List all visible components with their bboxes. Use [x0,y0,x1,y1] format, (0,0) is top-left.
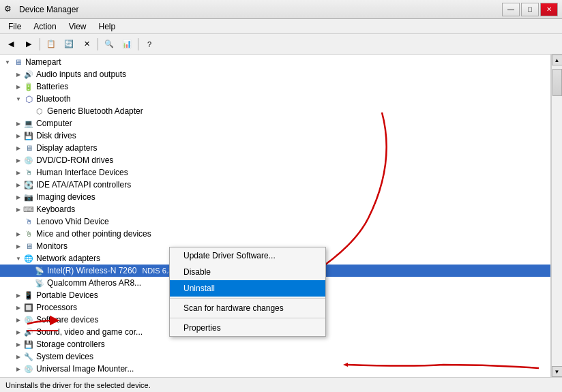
context-uninstall[interactable]: Uninstall [170,280,325,297]
tree-item-keyboards[interactable]: ⌨ Keyboards [0,203,550,215]
expand-processors[interactable] [14,303,23,312]
expand-computer[interactable] [14,119,23,128]
tree-item-generic-bt[interactable]: ⬡ Generic Bluetooth Adapter [0,105,550,117]
status-text: Uninstalls the driver for the selected d… [5,381,151,389]
uninstall-toolbar-button[interactable]: ✕ [78,37,95,52]
status-bar: Uninstalls the driver for the selected d… [0,377,562,392]
expand-audio[interactable] [14,70,23,79]
scrollbar-track[interactable] [552,65,562,366]
scroll-down-button[interactable]: ▼ [552,366,563,377]
scrollbar-thumb[interactable] [552,69,562,96]
expand-keyboards[interactable] [14,205,23,214]
label-generic-bt: Generic Bluetooth Adapter [47,106,143,116]
tree-item-disk[interactable]: 💾 Disk drives [0,130,550,142]
tree-item-dvd[interactable]: 💿 DVD/CD-ROM drives [0,154,550,166]
expand-storage[interactable] [14,340,23,349]
scrollbar[interactable]: ▲ ▼ [551,55,562,377]
expand-software[interactable] [14,315,23,325]
tree-item-storage[interactable]: 💾 Storage controllers [0,338,550,350]
label-disk: Disk drives [36,131,76,140]
label-hid: Human Interface Devices [36,168,128,177]
tree-item-lenovo[interactable]: 🖱 Lenovo Vhid Device [0,215,550,228]
label-dvd: DVD/CD-ROM drives [36,155,113,165]
expand-qualcomm [25,278,34,288]
back-button[interactable]: ◀ [3,37,19,52]
forward-button[interactable]: ▶ [20,37,37,52]
menu-bar: File Action View Help [0,19,562,34]
expand-batteries[interactable] [14,82,23,91]
help-toolbar-button[interactable]: ? [141,37,158,52]
label-namepart: Namepart [25,57,61,67]
icon-storage: 💾 [23,339,34,350]
resources-button[interactable]: 📊 [119,37,135,52]
icon-qualcomm: 📡 [34,277,45,288]
scan-toolbar-button[interactable]: 🔍 [101,37,117,52]
tree-item-mice[interactable]: 🖱 Mice and other pointing devices [0,228,550,240]
expand-mice[interactable] [14,229,23,239]
expand-universal[interactable] [14,364,23,374]
menu-help[interactable]: Help [93,20,121,33]
expand-network[interactable] [14,254,23,263]
tree-item-ide[interactable]: 💽 IDE ATA/ATAPI controllers [0,179,550,191]
menu-file[interactable]: File [3,20,27,33]
tree-item-imaging[interactable]: 📷 Imaging devices [0,191,550,203]
menu-view[interactable]: View [63,20,92,33]
icon-system: 🔧 [23,351,34,362]
expand-hid[interactable] [14,168,23,177]
properties-toolbar-button[interactable]: 📋 [43,37,59,52]
tree-item-audio[interactable]: 🔊 Audio inputs and outputs [0,68,550,80]
expand-dvd[interactable] [14,155,23,165]
icon-dvd: 💿 [23,155,34,166]
label-audio: Audio inputs and outputs [36,70,126,79]
label-network: Network adapters [36,254,100,263]
expand-monitors[interactable] [14,241,23,251]
tree-item-display[interactable]: 🖥 Display adapters [0,142,550,154]
close-button[interactable]: ✕ [540,3,558,16]
expand-disk[interactable] [14,131,23,140]
label-batteries: Batteries [36,82,68,91]
expand-intel-wireless [25,266,34,275]
context-sep-2 [170,318,325,318]
expand-sound[interactable] [14,327,23,337]
expand-portable[interactable] [14,290,23,300]
icon-generic-bt: ⬡ [34,106,45,117]
device-tree[interactable]: 🖥 Namepart 🔊 Audio inputs and outputs 🔋 … [0,55,551,377]
context-disable[interactable]: Disable [170,264,325,280]
maximize-button[interactable]: □ [521,3,539,16]
icon-display: 🖥 [23,142,34,153]
expand-namepart[interactable] [3,57,12,67]
label-sound: Sound, video and game cor... [36,327,143,337]
menu-action[interactable]: Action [28,20,61,33]
tree-item-system[interactable]: 🔧 System devices [0,350,550,363]
context-properties[interactable]: Properties [170,320,325,336]
expand-display[interactable] [14,143,23,153]
context-update-driver[interactable]: Update Driver Software... [170,247,325,264]
app-icon: ⚙ [4,4,15,15]
context-sep [170,298,325,299]
label-keyboards: Keyboards [36,205,75,214]
icon-sound: 🔊 [23,327,34,337]
context-scan[interactable]: Scan for hardware changes [170,300,325,316]
tree-item-namepart[interactable]: 🖥 Namepart [0,56,550,68]
icon-network: 🌐 [23,253,34,264]
tree-item-computer[interactable]: 💻 Computer [0,117,550,130]
expand-ide[interactable] [14,180,23,190]
label-qualcomm: Qualcomm Atheros AR8... [47,278,141,288]
title-bar-controls: — □ ✕ [502,3,558,16]
context-menu: Update Driver Software... Disable Uninst… [169,247,326,337]
window-title: Device Manager [19,5,78,14]
expand-bluetooth[interactable] [14,94,23,104]
tree-item-hid[interactable]: 🖱 Human Interface Devices [0,166,550,179]
label-intel-wireless: Intel(R) Wireless-N 7260 [47,266,136,275]
icon-software: 💿 [23,314,34,325]
update-driver-button[interactable]: 🔄 [61,37,77,52]
scroll-up-button[interactable]: ▲ [552,55,563,65]
expand-system[interactable] [14,352,23,361]
minimize-button[interactable]: — [502,3,520,16]
expand-imaging[interactable] [14,192,23,202]
tree-item-universal[interactable]: 💿 Universal Image Mounter... [0,363,550,375]
tree-item-batteries[interactable]: 🔋 Batteries [0,80,550,93]
label-lenovo: Lenovo Vhid Device [36,217,109,226]
tree-item-bluetooth[interactable]: ⬡ Bluetooth [0,93,550,105]
main-container: 🖥 Namepart 🔊 Audio inputs and outputs 🔋 … [0,55,562,377]
